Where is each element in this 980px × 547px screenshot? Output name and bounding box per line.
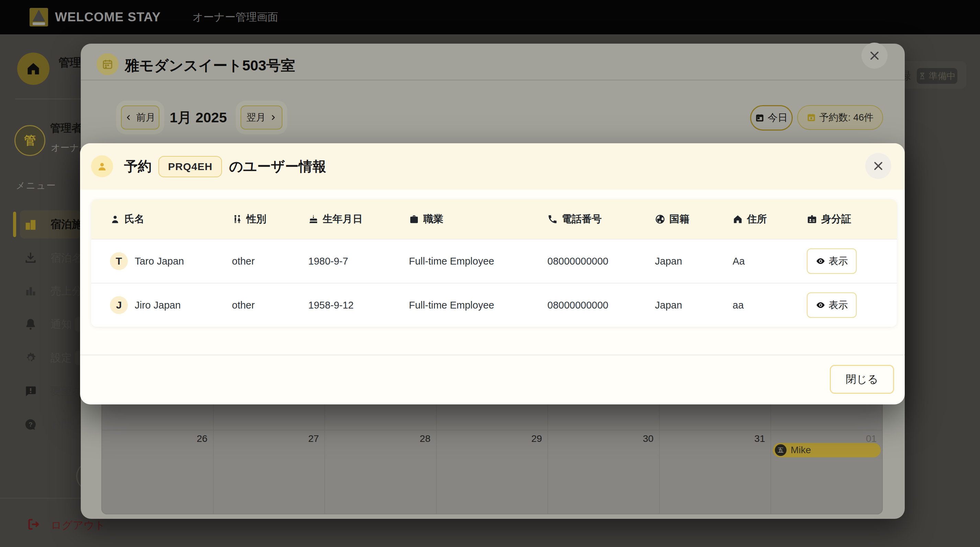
guest-gender: other (232, 300, 308, 311)
sidebar-item-label: 設定 (51, 351, 72, 365)
guest-name-cell: J Jiro Japan (110, 296, 232, 314)
eye-icon (816, 256, 826, 266)
brand-logo-icon (30, 8, 48, 27)
home-icon (26, 61, 41, 76)
column-header-id: 身分証 (807, 212, 897, 226)
home-button[interactable] (17, 52, 49, 85)
sidebar-item-label: 要望を (51, 384, 83, 399)
reservation-event-chip[interactable]: 五 Mike (773, 443, 881, 457)
brand-title: WELCOME STAY (55, 0, 161, 34)
day-number: 27 (308, 433, 319, 444)
status-badge: 準備中 (917, 68, 957, 84)
next-month-label: 翌月 (247, 111, 266, 124)
room-modal-title: 雅モダンスイート503号室 (125, 56, 295, 75)
guest-nationality: Japan (655, 256, 733, 267)
next-month-button[interactable]: 翌月 (240, 105, 282, 130)
chart-icon (24, 285, 37, 297)
sidebar-item-feedback[interactable]: 要望を (0, 377, 81, 405)
column-header-gender: 性別 (232, 212, 308, 226)
guest-birthdate: 1958-9-12 (308, 300, 409, 311)
cake-icon (308, 214, 318, 224)
guest-id-cell: 表示 (807, 293, 897, 318)
guest-phone: 08000000000 (547, 300, 655, 311)
column-header-birthdate: 生年月日 (308, 212, 409, 226)
column-header-address: 住所 (733, 212, 807, 226)
calendar-row-last: 26 27 28 29 30 31 01 (102, 431, 882, 514)
today-button[interactable]: 今日 (750, 105, 793, 130)
bell-icon (24, 318, 37, 331)
page-title: 管理 (59, 55, 80, 70)
sidebar-item-facilities[interactable]: 宿泊施設 (0, 210, 81, 239)
user-info-modal: 予約 PRQ4EH のユーザー情報 氏名 性別 生年月日 (80, 143, 905, 404)
guest-birthdate: 1980-9-7 (308, 256, 409, 267)
guest-address: aa (733, 300, 807, 311)
logout-icon[interactable] (27, 517, 41, 531)
guest-row: J Jiro Japan other 1958-9-12 Full-time E… (91, 283, 897, 327)
guest-name-cell: T Taro Japan (110, 252, 232, 270)
guest-occupation: Full-time Employee (409, 300, 547, 311)
sidebar-item-settings[interactable]: 設定 (0, 344, 81, 372)
event-guest-name: Mike (791, 445, 811, 456)
svg-text:?: ? (29, 421, 33, 428)
guest-table-header: 氏名 性別 生年月日 職業 電話番号 (91, 199, 897, 239)
close-icon (869, 50, 880, 62)
app-root: WELCOME STAY オーナー管理画面 管理 管 管理者 オーナー メニュー… (0, 0, 980, 547)
close-modal-button[interactable]: 閉じる (830, 365, 894, 394)
logout-button[interactable]: ログアウト (51, 518, 105, 533)
person-icon (110, 214, 120, 224)
guest-nationality: Japan (655, 300, 733, 311)
chevron-right-icon (270, 114, 277, 121)
modal-header-divider (81, 80, 905, 80)
day-number: 31 (754, 433, 765, 444)
calendar-cell[interactable]: 26 (102, 431, 214, 514)
room-modal-close-button[interactable] (861, 43, 888, 69)
calendar-cell[interactable]: 27 (214, 431, 325, 514)
guest-avatar: T (110, 252, 128, 270)
chevron-left-icon (125, 114, 132, 121)
guest-table: 氏名 性別 生年月日 職業 電話番号 (91, 199, 897, 327)
guest-phone: 08000000000 (547, 256, 655, 267)
column-header-nationality: 国籍 (655, 212, 733, 226)
top-bar: WELCOME STAY オーナー管理画面 (0, 0, 980, 34)
eye-icon (816, 300, 826, 310)
user-modal-close-button[interactable] (865, 153, 891, 179)
user-icon (91, 155, 113, 177)
user-modal-title-row: 予約 PRQ4EH のユーザー情報 (124, 143, 326, 190)
menu-section-label: メニュー (16, 180, 56, 192)
today-label: 今日 (768, 111, 788, 125)
guest-occupation: Full-time Employee (409, 256, 547, 267)
column-header-phone: 電話番号 (547, 212, 655, 226)
download-icon (24, 251, 37, 265)
sidebar-item-notifications[interactable]: 通知 (0, 310, 81, 339)
sidebar-item-sales[interactable]: 売上分析 (0, 277, 81, 305)
guest-gender: other (232, 256, 308, 267)
guest-avatar: J (110, 296, 128, 314)
globe-icon (655, 214, 665, 224)
logout-divider (0, 498, 81, 499)
help-icon: ? (24, 418, 37, 431)
calendar-count-icon (807, 113, 816, 122)
sidebar-item-contact[interactable]: ? お問い (0, 410, 81, 439)
sidebar-item-guestbook[interactable]: 宿泊名簿 (0, 244, 81, 272)
view-id-button[interactable]: 表示 (807, 293, 857, 318)
guest-row: T Taro Japan other 1980-9-7 Full-time Em… (91, 239, 897, 283)
calendar-cell[interactable]: 29 (437, 431, 549, 514)
view-id-button[interactable]: 表示 (807, 248, 857, 274)
calendar-cell[interactable]: 31 (660, 431, 772, 514)
user-modal-title-suffix: のユーザー情報 (229, 157, 326, 176)
admin-role: オーナー (51, 142, 80, 154)
gender-icon (232, 214, 242, 224)
prev-month-button[interactable]: 前月 (121, 105, 159, 130)
feedback-icon (24, 385, 37, 398)
sidebar-divider (15, 99, 81, 99)
reservation-count-label: 予約数: 46件 (819, 111, 874, 124)
column-header-name: 氏名 (110, 212, 232, 226)
house-icon (733, 214, 743, 224)
guest-address: Aa (733, 256, 807, 267)
admin-avatar: 管 (14, 125, 45, 156)
footer-divider (80, 355, 905, 355)
calendar-cell[interactable]: 30 (548, 431, 660, 514)
calendar-cell[interactable]: 28 (325, 431, 437, 514)
admin-name: 管理者 (50, 121, 82, 135)
reservation-count-badge: 予約数: 46件 (797, 105, 883, 130)
